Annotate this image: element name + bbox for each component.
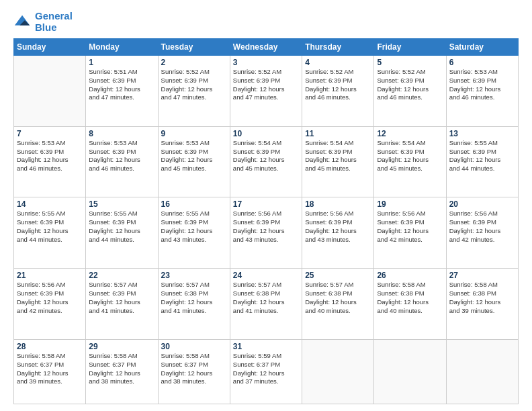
day-number: 17 [233, 199, 299, 209]
day-info: Sunrise: 5:55 AMSunset: 6:39 PMDaylight:… [89, 210, 154, 244]
week-row-5: 28Sunrise: 5:58 AMSunset: 6:37 PMDayligh… [14, 339, 519, 404]
week-row-4: 21Sunrise: 5:56 AMSunset: 6:39 PMDayligh… [14, 269, 519, 340]
calendar-cell [14, 56, 86, 127]
calendar-cell: 16Sunrise: 5:55 AMSunset: 6:39 PMDayligh… [158, 197, 230, 269]
day-number: 8 [89, 129, 154, 138]
day-info: Sunrise: 5:58 AMSunset: 6:37 PMDaylight:… [89, 352, 154, 386]
day-number: 12 [377, 129, 443, 138]
header: General Blue [13, 11, 519, 33]
week-row-2: 7Sunrise: 5:53 AMSunset: 6:39 PMDaylight… [14, 126, 519, 197]
calendar-header-monday: Monday [86, 39, 158, 56]
day-info: Sunrise: 5:52 AMSunset: 6:39 PMDaylight:… [377, 68, 443, 102]
day-number: 14 [17, 199, 83, 209]
day-info: Sunrise: 5:51 AMSunset: 6:39 PMDaylight:… [89, 68, 154, 102]
day-info: Sunrise: 5:52 AMSunset: 6:39 PMDaylight:… [305, 68, 371, 102]
day-info: Sunrise: 5:53 AMSunset: 6:39 PMDaylight:… [89, 139, 154, 173]
day-info: Sunrise: 5:57 AMSunset: 6:38 PMDaylight:… [161, 281, 227, 315]
calendar-cell: 22Sunrise: 5:57 AMSunset: 6:39 PMDayligh… [86, 269, 158, 340]
day-number: 25 [305, 271, 371, 280]
day-info: Sunrise: 5:55 AMSunset: 6:39 PMDaylight:… [449, 139, 515, 173]
calendar-cell: 26Sunrise: 5:58 AMSunset: 6:38 PMDayligh… [374, 269, 446, 340]
day-number: 13 [449, 129, 515, 138]
day-number: 5 [377, 58, 443, 67]
day-info: Sunrise: 5:53 AMSunset: 6:39 PMDaylight:… [161, 139, 227, 173]
day-number: 1 [89, 58, 154, 67]
calendar-cell: 30Sunrise: 5:58 AMSunset: 6:37 PMDayligh… [158, 339, 230, 404]
day-number: 27 [449, 271, 515, 280]
week-row-3: 14Sunrise: 5:55 AMSunset: 6:39 PMDayligh… [14, 197, 519, 269]
calendar-header-row: SundayMondayTuesdayWednesdayThursdayFrid… [14, 39, 519, 56]
day-number: 28 [17, 342, 83, 351]
calendar-cell: 15Sunrise: 5:55 AMSunset: 6:39 PMDayligh… [86, 197, 158, 269]
day-number: 4 [305, 58, 371, 67]
calendar-cell: 31Sunrise: 5:59 AMSunset: 6:37 PMDayligh… [230, 339, 302, 404]
day-info: Sunrise: 5:56 AMSunset: 6:39 PMDaylight:… [449, 210, 515, 244]
calendar-cell: 8Sunrise: 5:53 AMSunset: 6:39 PMDaylight… [86, 126, 158, 197]
day-number: 6 [449, 58, 515, 67]
day-number: 29 [89, 342, 154, 351]
calendar-cell: 1Sunrise: 5:51 AMSunset: 6:39 PMDaylight… [86, 56, 158, 127]
day-info: Sunrise: 5:57 AMSunset: 6:39 PMDaylight:… [89, 281, 154, 315]
day-info: Sunrise: 5:53 AMSunset: 6:39 PMDaylight:… [17, 139, 83, 173]
day-number: 30 [161, 342, 227, 351]
calendar-cell: 29Sunrise: 5:58 AMSunset: 6:37 PMDayligh… [86, 339, 158, 404]
day-info: Sunrise: 5:58 AMSunset: 6:37 PMDaylight:… [161, 352, 227, 386]
calendar-header-thursday: Thursday [302, 39, 374, 56]
day-number: 19 [377, 199, 443, 209]
calendar-cell [302, 339, 374, 404]
calendar-cell: 4Sunrise: 5:52 AMSunset: 6:39 PMDaylight… [302, 56, 374, 127]
page: General Blue SundayMondayTuesdayWednesda… [0, 0, 532, 411]
day-info: Sunrise: 5:55 AMSunset: 6:39 PMDaylight:… [17, 210, 83, 244]
calendar-cell: 13Sunrise: 5:55 AMSunset: 6:39 PMDayligh… [446, 126, 518, 197]
day-info: Sunrise: 5:52 AMSunset: 6:39 PMDaylight:… [161, 68, 227, 102]
calendar-cell: 10Sunrise: 5:54 AMSunset: 6:39 PMDayligh… [230, 126, 302, 197]
calendar-cell: 25Sunrise: 5:57 AMSunset: 6:38 PMDayligh… [302, 269, 374, 340]
day-info: Sunrise: 5:54 AMSunset: 6:39 PMDaylight:… [305, 139, 371, 173]
calendar-header-tuesday: Tuesday [158, 39, 230, 56]
day-number: 23 [161, 271, 227, 280]
day-info: Sunrise: 5:52 AMSunset: 6:39 PMDaylight:… [233, 68, 299, 102]
day-number: 22 [89, 271, 154, 280]
day-number: 24 [233, 271, 299, 280]
day-info: Sunrise: 5:56 AMSunset: 6:39 PMDaylight:… [17, 281, 83, 315]
calendar-cell: 23Sunrise: 5:57 AMSunset: 6:38 PMDayligh… [158, 269, 230, 340]
week-row-1: 1Sunrise: 5:51 AMSunset: 6:39 PMDaylight… [14, 56, 519, 127]
day-number: 9 [161, 129, 227, 138]
logo-text: General Blue [35, 11, 73, 33]
day-number: 21 [17, 271, 83, 280]
day-number: 7 [17, 129, 83, 138]
calendar-header-wednesday: Wednesday [230, 39, 302, 56]
day-number: 11 [305, 129, 371, 138]
calendar-header-saturday: Saturday [446, 39, 518, 56]
day-number: 3 [233, 58, 299, 67]
calendar-cell: 6Sunrise: 5:53 AMSunset: 6:39 PMDaylight… [446, 56, 518, 127]
calendar-cell: 19Sunrise: 5:56 AMSunset: 6:39 PMDayligh… [374, 197, 446, 269]
day-number: 10 [233, 129, 299, 138]
day-number: 15 [89, 199, 154, 209]
day-info: Sunrise: 5:57 AMSunset: 6:38 PMDaylight:… [233, 281, 299, 315]
day-info: Sunrise: 5:56 AMSunset: 6:39 PMDaylight:… [233, 210, 299, 244]
day-number: 26 [377, 271, 443, 280]
day-number: 2 [161, 58, 227, 67]
logo: General Blue [13, 11, 73, 33]
day-info: Sunrise: 5:58 AMSunset: 6:38 PMDaylight:… [377, 281, 443, 315]
day-number: 31 [233, 342, 299, 351]
calendar-cell: 7Sunrise: 5:53 AMSunset: 6:39 PMDaylight… [14, 126, 86, 197]
calendar-cell: 2Sunrise: 5:52 AMSunset: 6:39 PMDaylight… [158, 56, 230, 127]
calendar-cell: 3Sunrise: 5:52 AMSunset: 6:39 PMDaylight… [230, 56, 302, 127]
calendar-cell: 27Sunrise: 5:58 AMSunset: 6:38 PMDayligh… [446, 269, 518, 340]
calendar-table: SundayMondayTuesdayWednesdayThursdayFrid… [13, 38, 519, 404]
logo-icon [13, 13, 32, 32]
calendar-cell: 9Sunrise: 5:53 AMSunset: 6:39 PMDaylight… [158, 126, 230, 197]
day-info: Sunrise: 5:55 AMSunset: 6:39 PMDaylight:… [161, 210, 227, 244]
calendar-cell: 18Sunrise: 5:56 AMSunset: 6:39 PMDayligh… [302, 197, 374, 269]
calendar-cell: 11Sunrise: 5:54 AMSunset: 6:39 PMDayligh… [302, 126, 374, 197]
calendar-cell: 14Sunrise: 5:55 AMSunset: 6:39 PMDayligh… [14, 197, 86, 269]
day-info: Sunrise: 5:53 AMSunset: 6:39 PMDaylight:… [449, 68, 515, 102]
calendar-cell: 12Sunrise: 5:54 AMSunset: 6:39 PMDayligh… [374, 126, 446, 197]
calendar-cell: 17Sunrise: 5:56 AMSunset: 6:39 PMDayligh… [230, 197, 302, 269]
calendar-cell: 5Sunrise: 5:52 AMSunset: 6:39 PMDaylight… [374, 56, 446, 127]
day-info: Sunrise: 5:54 AMSunset: 6:39 PMDaylight:… [377, 139, 443, 173]
day-info: Sunrise: 5:59 AMSunset: 6:37 PMDaylight:… [233, 352, 299, 386]
calendar-cell: 21Sunrise: 5:56 AMSunset: 6:39 PMDayligh… [14, 269, 86, 340]
